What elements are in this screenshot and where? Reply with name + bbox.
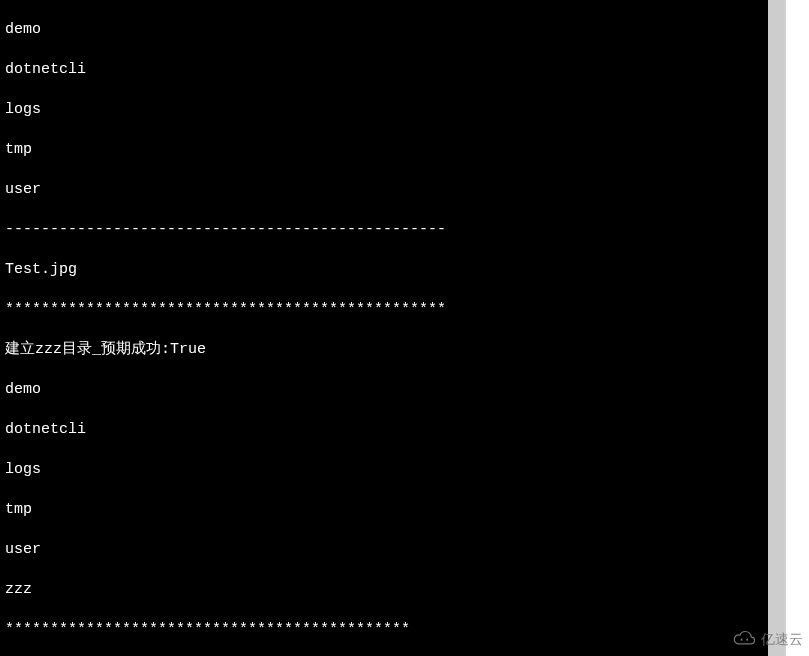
output-line: zzz: [5, 580, 766, 600]
output-line: dotnetcli: [5, 420, 766, 440]
output-line: logs: [5, 460, 766, 480]
separator-line: ----------------------------------------…: [5, 220, 766, 240]
status-value: True: [170, 341, 206, 358]
output-line: demo: [5, 20, 766, 40]
status-label: 建立zzz目录_预期成功:: [5, 341, 170, 358]
output-line: demo: [5, 380, 766, 400]
separator-line: ****************************************…: [5, 620, 766, 640]
separator-line: ****************************************…: [5, 300, 766, 320]
scrollbar-thumb[interactable]: [768, 0, 784, 656]
output-line: tmp: [5, 500, 766, 520]
output-line: logs: [5, 100, 766, 120]
vertical-scrollbar[interactable]: [768, 0, 784, 656]
console-window: demo dotnetcli logs tmp user -----------…: [0, 0, 786, 656]
output-line: user: [5, 540, 766, 560]
output-line: Test.jpg: [5, 260, 766, 280]
output-line: dotnetcli: [5, 60, 766, 80]
status-line-create-dir: 建立zzz目录_预期成功:True: [5, 340, 766, 360]
terminal-output: demo dotnetcli logs tmp user -----------…: [5, 0, 766, 656]
output-line: tmp: [5, 140, 766, 160]
output-line: user: [5, 180, 766, 200]
